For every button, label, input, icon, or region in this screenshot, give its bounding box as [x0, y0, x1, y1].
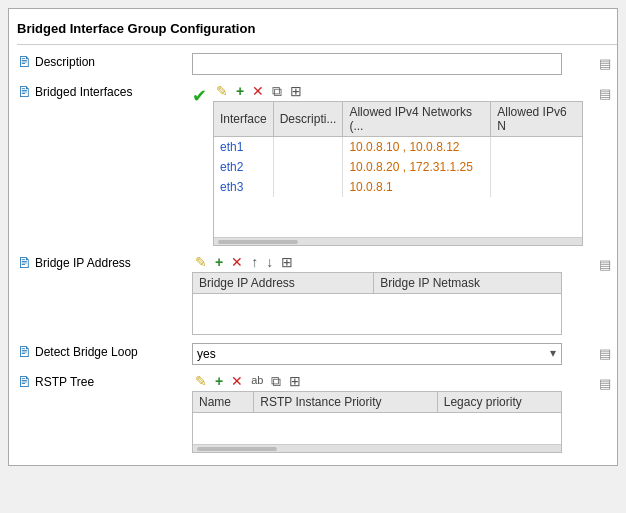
bridge-ip-row-icon: 🖹 [17, 256, 31, 270]
detect-bridge-loop-select-wrapper: yes no [192, 343, 562, 365]
description-input[interactable] [192, 53, 562, 75]
bridge-ip-toolbar: ✎ + ✕ ↑ ↓ ⊞ [192, 254, 593, 270]
bridged-add-btn[interactable]: + [233, 83, 247, 99]
table-row[interactable]: eth2 10.0.8.20 , 172.31.1.25 [214, 157, 582, 177]
empty-cell [193, 412, 561, 444]
empty-cell [193, 294, 561, 334]
detect-bridge-loop-row-end: ▤ [593, 343, 613, 362]
bridged-copy-btn[interactable]: ⧉ [269, 83, 285, 99]
table-row-empty [214, 197, 582, 237]
rstp-ab-btn[interactable]: ab [248, 374, 266, 387]
bridged-interfaces-table: Interface Descripti... Allowed IPv4 Netw… [214, 102, 582, 237]
cell-ipv6 [491, 177, 582, 197]
rstp-scrollbar-area[interactable] [193, 444, 561, 452]
bridged-paste-btn[interactable]: ⊞ [287, 83, 305, 99]
check-icon: ✔ [192, 86, 207, 106]
main-container: Bridged Interface Group Configuration 🖹 … [8, 8, 618, 466]
bridged-interfaces-row: 🖹 Bridged Interfaces ✔ ✎ + ✕ ⧉ ⊞ [17, 79, 617, 250]
rstp-add-btn[interactable]: + [212, 373, 226, 389]
description-row-end: ▤ [593, 53, 613, 72]
table-row-empty [193, 412, 561, 444]
bridge-ip-config-icon[interactable]: ▤ [597, 256, 613, 273]
bridge-ip-table-container: Bridge IP Address Bridge IP Netmask [192, 272, 562, 335]
col-ipv4: Allowed IPv4 Networks (... [343, 102, 491, 137]
description-row-icon: 🖹 [17, 55, 31, 69]
col-ipv6: Allowed IPv6 N [491, 102, 582, 137]
col-interface: Interface [214, 102, 273, 137]
rstp-scrollbar-thumb[interactable] [197, 447, 277, 451]
rstp-tree-label: RSTP Tree [35, 375, 94, 389]
bridged-table-header-row: Interface Descripti... Allowed IPv4 Netw… [214, 102, 582, 137]
rstp-copy-btn[interactable]: ⧉ [268, 373, 284, 389]
cell-interface: eth2 [214, 157, 273, 177]
cell-ipv4: 10.0.8.1 [343, 177, 491, 197]
bridge-ip-label-container: 🖹 Bridge IP Address [17, 254, 192, 270]
bridge-ip-down-btn[interactable]: ↓ [263, 254, 276, 270]
rstp-delete-btn[interactable]: ✕ [228, 373, 246, 389]
description-content [192, 53, 593, 75]
table-row[interactable]: eth1 10.0.8.10 , 10.0.8.12 [214, 137, 582, 158]
rstp-edit-btn[interactable]: ✎ [192, 373, 210, 389]
empty-cell [214, 197, 582, 237]
bridge-ip-up-btn[interactable]: ↑ [248, 254, 261, 270]
bridge-ip-paste-btn[interactable]: ⊞ [278, 254, 296, 270]
bridged-interfaces-toolbar: ✎ + ✕ ⧉ ⊞ [213, 83, 583, 99]
description-label: Description [35, 55, 95, 69]
bridge-ip-table: Bridge IP Address Bridge IP Netmask [193, 273, 561, 334]
cell-interface: eth3 [214, 177, 273, 197]
detect-bridge-loop-label-container: 🖹 Detect Bridge Loop [17, 343, 192, 359]
rstp-tree-config-icon[interactable]: ▤ [597, 375, 613, 392]
rstp-tree-table-container: Name RSTP Instance Priority Legacy prior… [192, 391, 562, 454]
detect-bridge-loop-row: 🖹 Detect Bridge Loop yes no ▤ [17, 339, 617, 369]
table-scrollbar-area[interactable] [214, 237, 582, 245]
description-row: 🖹 Description ▤ [17, 49, 617, 79]
bridged-delete-btn[interactable]: ✕ [249, 83, 267, 99]
detect-bridge-loop-config-icon[interactable]: ▤ [597, 345, 613, 362]
cell-description [273, 177, 343, 197]
bridged-interfaces-row-icon: 🖹 [17, 85, 31, 99]
bridged-edit-btn[interactable]: ✎ [213, 83, 231, 99]
description-label-container: 🖹 Description [17, 53, 192, 69]
cell-description [273, 157, 343, 177]
bridged-interfaces-inner: ✔ ✎ + ✕ ⧉ ⊞ Interface [192, 83, 593, 246]
bridged-interfaces-label-container: 🖹 Bridged Interfaces [17, 83, 192, 99]
col-legacy-priority: Legacy priority [437, 392, 561, 413]
cell-ipv6 [491, 137, 582, 158]
table-row[interactable]: eth3 10.0.8.1 [214, 177, 582, 197]
rstp-tree-toolbar: ✎ + ✕ ab ⧉ ⊞ [192, 373, 593, 389]
cell-ipv4: 10.0.8.10 , 10.0.8.12 [343, 137, 491, 158]
bridged-interfaces-table-container: Interface Descripti... Allowed IPv4 Netw… [213, 101, 583, 246]
col-description: Descripti... [273, 102, 343, 137]
rstp-tree-label-container: 🖹 RSTP Tree [17, 373, 192, 389]
rstp-tree-row-end: ▤ [593, 373, 613, 392]
detect-bridge-loop-select[interactable]: yes no [192, 343, 562, 365]
bridged-interfaces-config-icon[interactable]: ▤ [597, 85, 613, 102]
col-name: Name [193, 392, 254, 413]
bridge-ip-delete-btn[interactable]: ✕ [228, 254, 246, 270]
rstp-paste-btn[interactable]: ⊞ [286, 373, 304, 389]
page-title: Bridged Interface Group Configuration [17, 17, 617, 45]
description-config-icon[interactable]: ▤ [597, 55, 613, 72]
cell-description [273, 137, 343, 158]
rstp-tree-content: ✎ + ✕ ab ⧉ ⊞ Name RSTP Instance Priority… [192, 373, 593, 454]
col-bridge-netmask: Bridge IP Netmask [374, 273, 561, 294]
bridge-ip-label: Bridge IP Address [35, 256, 131, 270]
col-rstp-priority: RSTP Instance Priority [254, 392, 437, 413]
detect-bridge-loop-label: Detect Bridge Loop [35, 345, 138, 359]
cell-ipv6 [491, 157, 582, 177]
rstp-tree-row: 🖹 RSTP Tree ✎ + ✕ ab ⧉ ⊞ Name RSTP Insta… [17, 369, 617, 458]
table-scrollbar-thumb[interactable] [218, 240, 298, 244]
bridge-ip-header-row: Bridge IP Address Bridge IP Netmask [193, 273, 561, 294]
rstp-header-row: Name RSTP Instance Priority Legacy prior… [193, 392, 561, 413]
bridge-ip-row-end: ▤ [593, 254, 613, 273]
bridge-ip-content: ✎ + ✕ ↑ ↓ ⊞ Bridge IP Address Bridge IP … [192, 254, 593, 335]
cell-ipv4: 10.0.8.20 , 172.31.1.25 [343, 157, 491, 177]
bridged-right: ✎ + ✕ ⧉ ⊞ Interface Descripti... [213, 83, 583, 246]
bridge-ip-edit-btn[interactable]: ✎ [192, 254, 210, 270]
detect-bridge-loop-content: yes no [192, 343, 593, 365]
bridged-interfaces-row-end: ▤ [593, 83, 613, 102]
rstp-tree-row-icon: 🖹 [17, 375, 31, 389]
cell-interface: eth1 [214, 137, 273, 158]
bridged-interfaces-label: Bridged Interfaces [35, 85, 132, 99]
bridge-ip-add-btn[interactable]: + [212, 254, 226, 270]
